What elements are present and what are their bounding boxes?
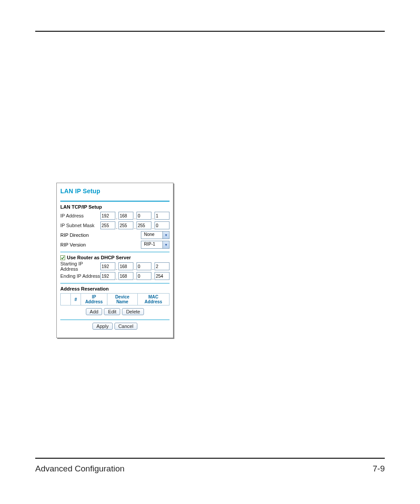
col-num: # (71, 294, 81, 305)
rip-version-label: RIP Version (60, 242, 86, 247)
dhcp-checkbox-row: Use Router as DHCP Server (60, 255, 169, 260)
dot: . (115, 215, 118, 220)
add-button[interactable]: Add (86, 308, 103, 315)
chevron-down-icon: ▾ (162, 232, 169, 239)
ending-ip-label: Ending IP Address (60, 273, 100, 279)
chevron-down-icon: ▾ (162, 241, 169, 248)
top-rule (35, 31, 385, 32)
dot: . (133, 215, 136, 220)
ip-octet-1[interactable] (100, 212, 115, 220)
dhcp-checkbox[interactable] (60, 255, 65, 260)
rip-version-select[interactable]: RIP-1 ▾ (141, 241, 169, 249)
ip-address-row: IP Address . . . (60, 211, 169, 220)
ip-address-label: IP Address (60, 213, 100, 218)
dot: . (151, 265, 155, 271)
dot: . (151, 215, 155, 220)
mask-octet-3[interactable] (136, 221, 151, 229)
end-ip-octet-4[interactable] (155, 272, 169, 280)
mask-octet-2[interactable] (118, 221, 133, 229)
dot: . (115, 224, 118, 230)
check-icon (61, 256, 65, 260)
panel-title: LAN IP Setup (60, 188, 169, 195)
start-ip-octet-1[interactable] (100, 262, 115, 270)
ending-ip-octets: . . . (100, 272, 169, 280)
ip-octet-3[interactable] (136, 212, 151, 220)
tcpip-section-title: LAN TCP/IP Setup (60, 204, 169, 210)
starting-ip-octets: . . . (100, 262, 169, 270)
divider (60, 201, 169, 202)
divider (60, 252, 169, 252)
rip-version-row: RIP Version RIP-1 ▾ (60, 240, 169, 249)
rip-direction-row: RIP Direction None ▾ (60, 231, 169, 239)
divider (60, 320, 169, 320)
dot: . (151, 224, 155, 230)
bottom-rule (35, 458, 385, 459)
col-blank (61, 294, 71, 305)
edit-button[interactable]: Edit (104, 308, 120, 315)
col-ip: IP Address (81, 294, 107, 305)
col-device: Device Name (107, 294, 137, 305)
cancel-button[interactable]: Cancel (114, 323, 137, 330)
dhcp-checkbox-label: Use Router as DHCP Server (67, 255, 131, 260)
start-ip-octet-4[interactable] (155, 262, 169, 270)
page-footer: Advanced Configuration 7-9 (35, 464, 385, 474)
footer-right: 7-9 (373, 464, 385, 474)
dot: . (151, 275, 155, 280)
mask-octet-1[interactable] (100, 221, 115, 229)
rip-version-value: RIP-1 (141, 241, 162, 248)
dot: . (133, 275, 136, 280)
dot: . (115, 265, 118, 271)
document-page: LAN IP Setup LAN TCP/IP Setup IP Address… (0, 0, 420, 504)
rip-direction-value: None (141, 232, 162, 239)
end-ip-octet-1[interactable] (100, 272, 115, 280)
subnet-mask-row: IP Subnet Mask . . . (60, 221, 169, 230)
reservation-button-row: Add Edit Delete (60, 308, 169, 315)
footer-left: Advanced Configuration (35, 464, 125, 474)
reservation-section-title: Address Reservation (60, 286, 169, 291)
ending-ip-row: Ending IP Address . . . (60, 272, 169, 280)
ip-octet-2[interactable] (118, 212, 133, 220)
subnet-mask-octets: . . . (100, 221, 169, 229)
start-ip-octet-2[interactable] (118, 262, 133, 270)
rip-direction-label: RIP Direction (60, 232, 89, 238)
mask-octet-4[interactable] (155, 221, 169, 229)
lan-ip-setup-panel: LAN IP Setup LAN TCP/IP Setup IP Address… (56, 183, 173, 338)
reservation-table: # IP Address Device Name MAC Address (60, 293, 169, 305)
dot: . (133, 265, 136, 271)
table-header-row: # IP Address Device Name MAC Address (61, 294, 169, 305)
col-mac: MAC Address (137, 294, 169, 305)
apply-button[interactable]: Apply (92, 323, 113, 330)
divider (60, 283, 169, 283)
starting-ip-row: Starting IP Address . . . (60, 262, 169, 271)
start-ip-octet-3[interactable] (136, 262, 151, 270)
panel-body: LAN IP Setup LAN TCP/IP Setup IP Address… (57, 183, 173, 331)
rip-direction-select[interactable]: None ▾ (141, 231, 169, 239)
dot: . (115, 275, 118, 280)
starting-ip-label: Starting IP Address (60, 261, 100, 272)
dot: . (133, 224, 136, 230)
end-ip-octet-3[interactable] (136, 272, 151, 280)
end-ip-octet-2[interactable] (118, 272, 133, 280)
ip-octet-4[interactable] (155, 212, 169, 220)
subnet-mask-label: IP Subnet Mask (60, 223, 100, 228)
ip-address-octets: . . . (100, 212, 169, 220)
form-button-row: Apply Cancel (60, 323, 169, 330)
delete-button[interactable]: Delete (122, 308, 144, 315)
